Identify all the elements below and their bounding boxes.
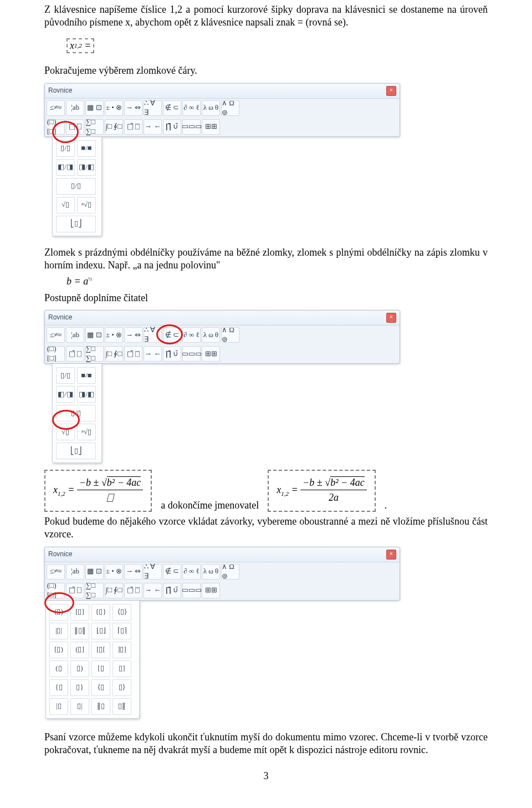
btn-arrows-3[interactable]: → ⇔ bbox=[124, 564, 142, 580]
btn-spacing-3[interactable]: ¦ab bbox=[66, 564, 84, 580]
close-icon-2[interactable]: × bbox=[386, 313, 396, 323]
paren-open-bar-r[interactable]: ▯| bbox=[70, 698, 89, 715]
long-div[interactable]: ⎣▯⎦ bbox=[56, 216, 96, 232]
close-icon[interactable]: × bbox=[386, 86, 396, 96]
btn-matrix-small-3[interactable]: ▭▭▭ bbox=[182, 583, 201, 598]
btn-matrix-large-3[interactable]: ⊞⊞ bbox=[202, 583, 220, 598]
btn-overbar[interactable]: □̄ ⎕̄ bbox=[124, 119, 142, 135]
paren-open-round-r[interactable]: ▯) bbox=[70, 660, 89, 677]
frac-a-2[interactable]: ◧/◨ bbox=[56, 386, 75, 403]
btn-decoration-3[interactable]: ▦ ⊡ bbox=[85, 564, 104, 580]
btn-symbols-rel-2[interactable]: ≤≠≈ bbox=[47, 327, 65, 343]
btn-fractions-2[interactable]: □̄ ⎕ bbox=[66, 346, 84, 362]
eq-partial: x1,2 = −b ± √b² − 4ac ⎕ bbox=[53, 484, 143, 495]
btn-symbols-rel[interactable]: ≤≠≈ bbox=[47, 100, 65, 116]
btn-greek-lower-3[interactable]: λ ω θ bbox=[202, 564, 220, 580]
btn-fences-2[interactable]: (□) [□] bbox=[47, 346, 65, 362]
paren-floor[interactable]: ⌊▯⌋ bbox=[91, 623, 110, 639]
btn-operators-3[interactable]: ± • ⊗ bbox=[105, 564, 123, 580]
dropdown-parentheses: (▯) [▯] {▯} ⟨▯⟩ |▯| ‖▯‖ ⌊▯⌋ ⌈▯⌉ [▯) (▯] … bbox=[45, 601, 140, 719]
btn-sets[interactable]: ∉ ⊂ bbox=[163, 100, 181, 116]
toolbar-row-2: (□) [□] □̄ ⎕ ∑□ ∑□ ∫□ ∮□ □̄ ⎕̄ → ← ∏̄ ∪̄… bbox=[45, 118, 400, 136]
formula-base: b = a bbox=[66, 276, 88, 287]
btn-products-2[interactable]: ∏̄ ∪̄ bbox=[163, 346, 181, 362]
frac-b[interactable]: ◨/◧ bbox=[77, 159, 96, 176]
toolbar-row-1c: ≤≠≈ ¦ab ▦ ⊡ ± • ⊗ → ⇔ ∴ ∀ ∃ ∉ ⊂ ∂ ∞ ℓ λ … bbox=[45, 562, 400, 581]
long-div-2[interactable]: ⎣▯⎦ bbox=[56, 443, 96, 459]
btn-spacing[interactable]: ¦ab bbox=[66, 100, 84, 116]
btn-matrix-large-2[interactable]: ⊞⊞ bbox=[202, 346, 220, 362]
btn-operators-2[interactable]: ± • ⊗ bbox=[105, 327, 123, 343]
paren-open-angle-l[interactable]: ⟨▯ bbox=[91, 679, 110, 696]
frac-filled-2[interactable]: ■/■ bbox=[77, 367, 96, 384]
btn-spacing-2[interactable]: ¦ab bbox=[66, 327, 84, 343]
equation-box-partial: x1,2 = −b ± √b² − 4ac ⎕ bbox=[44, 470, 152, 512]
btn-calculus-2[interactable]: ∂ ∞ ℓ bbox=[182, 327, 201, 343]
paren-open-curly-r[interactable]: ▯} bbox=[70, 679, 89, 696]
btn-overbar-2[interactable]: □̄ ⎕̄ bbox=[124, 346, 142, 362]
paren-dbar[interactable]: ‖▯‖ bbox=[70, 623, 89, 639]
btn-sets-3[interactable]: ∉ ⊂ bbox=[163, 564, 181, 580]
close-icon-3[interactable]: × bbox=[386, 550, 396, 560]
toolbar-block-3: Rovnice × ≤≠≈ ¦ab ▦ ⊡ ± • ⊗ → ⇔ ∴ ∀ ∃ ∉ … bbox=[44, 547, 488, 719]
btn-arrows-2[interactable]: → ⇔ bbox=[124, 327, 142, 343]
frac-empty-2[interactable]: ▯/▯ bbox=[56, 367, 75, 384]
btn-matrix-large[interactable]: ⊞⊞ bbox=[202, 119, 220, 135]
btn-arrow-templates[interactable]: → ← bbox=[144, 119, 162, 135]
toolbar-row-1b: ≤≠≈ ¦ab ▦ ⊡ ± • ⊗ → ⇔ ∴ ∀ ∃ ∉ ⊂ ∂ ∞ ℓ λ … bbox=[45, 326, 400, 344]
paren-open-curly-l[interactable]: {▯ bbox=[49, 679, 68, 696]
btn-sum-2[interactable]: ∑□ ∑□ bbox=[85, 346, 104, 362]
paren-open-dbar-l[interactable]: ‖▯ bbox=[91, 698, 110, 715]
paren-open-sq-l[interactable]: [▯ bbox=[91, 660, 110, 677]
btn-logic-3[interactable]: ∴ ∀ ∃ bbox=[144, 564, 162, 580]
btn-greek-upper-2[interactable]: ∧ Ω ⊚ bbox=[221, 327, 239, 343]
btn-arrow-templates-3[interactable]: → ← bbox=[144, 583, 162, 598]
paren-mix-1[interactable]: [▯) bbox=[49, 642, 68, 658]
paren-ceil[interactable]: ⌈▯⌉ bbox=[112, 623, 131, 639]
btn-symbols-rel-3[interactable]: ≤≠≈ bbox=[47, 564, 65, 580]
btn-greek-lower-2[interactable]: λ ω θ bbox=[202, 327, 220, 343]
btn-decoration[interactable]: ▦ ⊡ bbox=[85, 100, 104, 116]
paren-open-sq-r[interactable]: ▯] bbox=[112, 660, 131, 677]
paren-open-round-l[interactable]: (▯ bbox=[49, 660, 68, 677]
paren-curly[interactable]: {▯} bbox=[91, 604, 110, 621]
btn-greek-upper-3[interactable]: ∧ Ω ⊚ bbox=[221, 564, 239, 580]
btn-products[interactable]: ∏̄ ∪̄ bbox=[163, 119, 181, 135]
btn-arrow-templates-2[interactable]: → ← bbox=[144, 346, 162, 362]
paren-open-angle-r[interactable]: ▯⟩ bbox=[112, 679, 131, 696]
btn-logic[interactable]: ∴ ∀ ∃ bbox=[144, 100, 162, 116]
frac-filled[interactable]: ■/■ bbox=[77, 140, 96, 157]
root-nth[interactable]: ⁿ√▯ bbox=[77, 197, 96, 214]
btn-matrix-small-2[interactable]: ▭▭▭ bbox=[182, 346, 201, 362]
btn-matrix-small[interactable]: ▭▭▭ bbox=[182, 119, 201, 135]
btn-overbar-3[interactable]: □̄ ⎕̄ bbox=[124, 583, 142, 598]
btn-integral-2[interactable]: ∫□ ∮□ bbox=[105, 346, 123, 362]
btn-products-3[interactable]: ∏̄ ∪̄ bbox=[163, 583, 181, 598]
frac-slash[interactable]: ▯/▯ bbox=[56, 178, 96, 195]
btn-calculus[interactable]: ∂ ∞ ℓ bbox=[182, 100, 201, 116]
btn-sum[interactable]: ∑□ ∑□ bbox=[85, 119, 104, 135]
btn-decoration-2[interactable]: ▦ ⊡ bbox=[85, 327, 104, 343]
paren-bar[interactable]: |▯| bbox=[49, 623, 68, 639]
btn-integral[interactable]: ∫□ ∮□ bbox=[105, 119, 123, 135]
toolbar-row-2c: (□) [□] □̄ ⎕ ∑□ ∑□ ∫□ ∮□ □̄ ⎕̄ → ← ∏̄ ∪̄… bbox=[45, 581, 400, 600]
frac-a[interactable]: ◧/◨ bbox=[56, 159, 75, 176]
highlight-circle-paren-icon bbox=[44, 592, 74, 613]
paren-mix-3[interactable]: [▯[ bbox=[91, 642, 110, 658]
root-nth-2[interactable]: ⁿ√▯ bbox=[77, 424, 96, 440]
paren-mix-2[interactable]: (▯] bbox=[70, 642, 89, 658]
root-sqrt[interactable]: √▯ bbox=[56, 197, 75, 214]
paragraph-2: Pokračujeme výběrem zlomkové čáry. bbox=[44, 64, 488, 77]
btn-arrows[interactable]: → ⇔ bbox=[124, 100, 142, 116]
paren-open-dbar-r[interactable]: ▯‖ bbox=[112, 698, 131, 715]
btn-integral-3[interactable]: ∫□ ∮□ bbox=[105, 583, 123, 598]
btn-sum-3[interactable]: ∑□ ∑□ bbox=[85, 583, 104, 598]
paren-mix-4[interactable]: ]▯] bbox=[112, 642, 131, 658]
frac-b-2[interactable]: ◨/◧ bbox=[77, 386, 96, 403]
btn-operators[interactable]: ± • ⊗ bbox=[105, 100, 123, 116]
btn-calculus-3[interactable]: ∂ ∞ ℓ bbox=[182, 564, 201, 580]
btn-greek-lower[interactable]: λ ω θ bbox=[202, 100, 220, 116]
btn-greek-upper[interactable]: ∧ Ω ⊚ bbox=[221, 100, 239, 116]
paren-open-bar-l[interactable]: |▯ bbox=[49, 698, 68, 715]
paren-angle[interactable]: ⟨▯⟩ bbox=[112, 604, 131, 621]
